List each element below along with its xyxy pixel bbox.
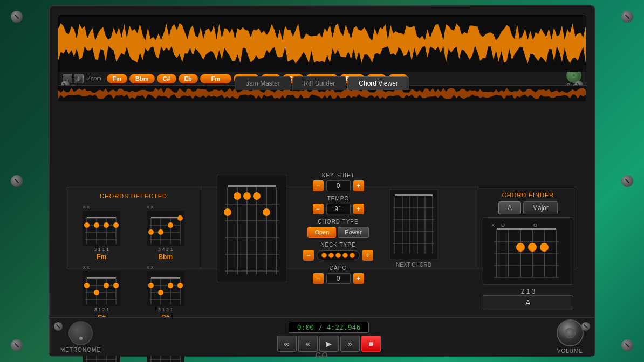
svg-point-129	[516, 243, 525, 252]
svg-point-130	[528, 243, 537, 252]
svg-rect-118	[497, 228, 556, 230]
svg-rect-103	[395, 194, 433, 196]
key-shift-minus[interactable]: −	[313, 180, 324, 191]
chord-fingering: 3 1 1 1	[94, 247, 109, 252]
chord-pill[interactable]: Fm	[200, 74, 232, 83]
svg-point-15	[113, 222, 119, 228]
capo-minus[interactable]: −	[313, 273, 324, 284]
screw-mid-right	[621, 175, 633, 187]
chord-pill[interactable]: Fm	[107, 74, 128, 83]
neck-type-plus[interactable]: +	[362, 250, 373, 261]
waveform-main[interactable]: // Inline SVG path for waveform	[58, 15, 586, 72]
chord-pill[interactable]: Eb	[179, 74, 198, 83]
chord-type-buttons: Open Power	[307, 227, 368, 238]
tempo-stepper: − +	[313, 204, 364, 214]
neck-type-label: NECK TYPE	[320, 242, 356, 248]
play-button[interactable]: ▶	[319, 336, 339, 352]
neck-type-minus[interactable]: −	[303, 250, 314, 261]
svg-point-26	[148, 229, 154, 235]
volume-knob-inner	[565, 328, 576, 338]
chord-diagram-bbm[interactable]: X X3 4 2 1Bbm	[136, 205, 196, 261]
svg-point-100	[253, 192, 261, 200]
chord-pill[interactable]: C#	[157, 74, 176, 83]
tab-riff-builder[interactable]: Riff Builder	[292, 76, 346, 90]
svg-point-56	[168, 283, 173, 288]
chord-fingering: 3 1 2 1	[94, 307, 109, 312]
loop-button[interactable]: ∞	[277, 336, 297, 352]
main-chord-svg	[217, 175, 287, 282]
svg-point-57	[177, 283, 183, 288]
chord-finder-title: CHORD FINDER	[483, 192, 573, 198]
svg-text:X: X	[491, 222, 495, 228]
chord-neck-svg	[147, 271, 184, 306]
fast-forward-button[interactable]: »	[340, 336, 360, 352]
waveform-svg: // Inline SVG path for waveform	[58, 15, 586, 72]
next-chord-label: NEXT CHORD	[396, 262, 431, 268]
svg-point-43	[113, 283, 119, 288]
next-chord-display: NEXT CHORD	[389, 189, 438, 268]
volume-section: VOLUME	[557, 319, 584, 354]
chord-type-open[interactable]: Open	[307, 227, 336, 238]
screw-top-right	[621, 11, 633, 23]
chord-diagram-fm[interactable]: X X3 1 1 1Fm	[72, 205, 132, 261]
capo-stepper: − +	[313, 273, 364, 284]
rewind-button[interactable]: «	[298, 336, 318, 352]
svg-rect-102	[389, 189, 438, 259]
chord-neck-svg	[147, 211, 184, 246]
chords-detected-title: CHORDS DETECTED	[72, 193, 195, 199]
chord-markers: X X	[147, 265, 184, 270]
tempo-control: TEMPO − +	[303, 196, 373, 214]
key-shift-plus[interactable]: +	[353, 180, 364, 191]
metronome-label: METRONOME	[60, 347, 101, 353]
key-shift-label: KEY SHIFT	[322, 172, 355, 178]
metronome-knob[interactable]	[68, 321, 93, 345]
volume-knob[interactable]	[557, 319, 584, 346]
chord-name: Bbm	[158, 253, 173, 261]
chord-pill[interactable]: Bbm	[129, 74, 154, 83]
finder-key-row: A Major	[483, 201, 573, 214]
svg-point-41	[94, 290, 99, 295]
tabs-container: Jam MasterRiff BuilderChord Viewer	[235, 76, 409, 90]
chord-diagram-c#[interactable]: X X3 1 2 1C#	[72, 265, 132, 321]
large-chord-display	[217, 175, 287, 282]
finder-chord-svg: X O O	[486, 220, 570, 280]
svg-text:O: O	[501, 222, 505, 228]
neck-type-stepper: − +	[303, 250, 373, 261]
svg-rect-2	[83, 211, 120, 246]
metronome-knob-dot	[79, 337, 83, 340]
neck-dot-5	[350, 253, 355, 258]
tempo-plus[interactable]: +	[353, 204, 364, 214]
tempo-value[interactable]	[326, 204, 351, 214]
svg-rect-44	[147, 271, 184, 306]
capo-value[interactable]	[326, 273, 351, 284]
chord-finder-panel: CHORD FINDER A Major X O O	[478, 187, 578, 269]
chord-viewer-main: KEY SHIFT − + TEMPO − +	[201, 187, 454, 269]
chord-type-power[interactable]: Power	[338, 227, 368, 238]
neck-dot-3	[335, 253, 341, 258]
finder-type-button[interactable]: Major	[523, 201, 558, 214]
finder-key-button[interactable]: A	[498, 201, 521, 214]
tempo-label: TEMPO	[327, 196, 350, 201]
zoom-plus-button[interactable]: +	[74, 74, 84, 83]
capo-plus[interactable]: +	[353, 273, 364, 284]
key-shift-value[interactable]	[326, 180, 351, 191]
capo-label: CAPO	[330, 265, 347, 271]
tempo-minus[interactable]: −	[313, 204, 324, 214]
svg-point-54	[148, 283, 154, 288]
chord-type-control: CHORD TYPE Open Power	[303, 219, 373, 238]
stop-button[interactable]: ■	[361, 336, 381, 352]
chords-detected-panel: CHORDS DETECTED X X3 1 1 1FmX X3 4 2 1Bb…	[66, 187, 201, 269]
svg-point-101	[263, 208, 270, 216]
svg-point-14	[104, 222, 109, 228]
chord-diagram-d#[interactable]: X X3 1 2 1D#	[136, 265, 196, 321]
svg-point-42	[104, 283, 109, 288]
svg-point-97	[224, 208, 231, 216]
tab-chord-viewer[interactable]: Chord Viewer	[347, 76, 409, 90]
svg-point-27	[158, 229, 163, 235]
chord-markers: X X	[147, 205, 184, 210]
chord-markers: X X	[83, 205, 120, 210]
neck-dot-2	[328, 253, 334, 258]
key-shift-stepper: − +	[313, 180, 364, 191]
tab-jam-master[interactable]: Jam Master	[235, 76, 291, 90]
chord-markers: X X	[83, 265, 120, 270]
